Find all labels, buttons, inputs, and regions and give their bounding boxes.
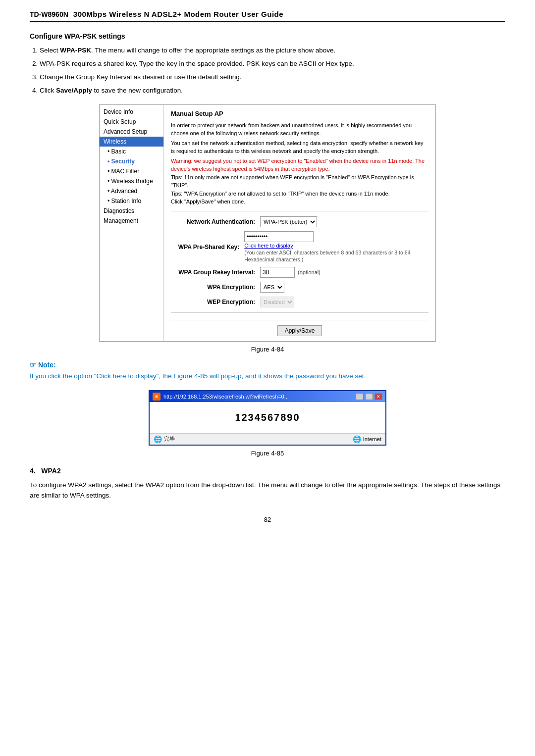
sidebar-item-device-info[interactable]: Device Info [100, 107, 163, 117]
popup-url: http://192.168.1.253/wlsecrefresh.wl?wlR… [163, 394, 356, 400]
sidebar-item-quick-setup[interactable]: Quick Setup [100, 117, 163, 127]
wpa2-text: To configure WPA2 settings, select the W… [30, 480, 505, 501]
sidebar-item-diagnostics[interactable]: Diagnostics [100, 206, 163, 216]
divider-1 [171, 211, 428, 211]
popup-footer: 🌐 完毕 🌐 Internet [150, 433, 385, 445]
click-apply-text: Click "Apply/Save" when done. [171, 198, 428, 206]
network-auth-label: Network Authentication: [171, 218, 260, 225]
sidebar-item-wireless-bridge[interactable]: • Wireless Bridge [100, 176, 163, 186]
configure-steps: Select WPA-PSK. The menu will change to … [30, 45, 505, 97]
popup-controls: _ □ ✕ [356, 393, 382, 400]
close-button[interactable]: ✕ [374, 393, 382, 400]
wpa2-title: 4. WPA2 [30, 467, 505, 475]
wpa-enc-label: WPA Encryption: [171, 284, 260, 291]
sidebar-item-basic[interactable]: • Basic [100, 147, 163, 156]
wep-enc-row: WEP Encryption: Disabled [171, 297, 428, 307]
warning-text: Warning: we suggest you not to set WEP e… [171, 157, 428, 173]
sidebar-item-advanced[interactable]: • Advanced [100, 186, 163, 196]
step-4: Click Save/Apply to save the new configu… [40, 85, 505, 97]
info-text-1: In order to protect your network from ha… [171, 121, 428, 138]
divider-2 [171, 312, 428, 313]
sidebar-item-advanced-setup[interactable]: Advanced Setup [100, 127, 163, 137]
restore-button[interactable]: □ [365, 393, 373, 400]
popup-title-bar: e http://192.168.1.253/wlsecrefresh.wl?w… [150, 391, 385, 402]
model-number: TD-W8960N [30, 10, 68, 18]
configure-section-title: Configure WPA-PSK settings [30, 32, 505, 40]
router-main-content: Manual Setup AP In order to protect your… [164, 105, 435, 341]
step1-bold: WPA-PSK [60, 47, 91, 54]
router-ui-box: Device Info Quick Setup Advanced Setup W… [99, 104, 436, 342]
step4-bold: Save/Apply [56, 87, 92, 94]
info-text-2: You can set the network authentication m… [171, 139, 428, 155]
ie-icon: e [153, 393, 160, 401]
apply-row: Apply/Save [171, 320, 428, 336]
step-2: WPA-PSK requires a shared key. Type the … [40, 58, 505, 70]
step-3: Change the Group Key Interval as desired… [40, 72, 505, 83]
step-1: Select WPA-PSK. The menu will change to … [40, 45, 505, 56]
group-interval-row: WPA Group Rekey Interval: (optional) [171, 267, 428, 278]
note-icon: ☞ Note: [30, 361, 56, 369]
wpa2-number: 4. [30, 467, 36, 475]
wpa2-label: WPA2 [41, 467, 60, 475]
popup-box: e http://192.168.1.253/wlsecrefresh.wl?w… [149, 390, 386, 446]
done-text: 完毕 [164, 435, 175, 443]
wpa-key-input[interactable] [244, 231, 314, 242]
wpa-key-label: WPA Pre-Shared Key: [171, 244, 244, 251]
network-auth-select[interactable]: WPA-PSK (better) [260, 216, 317, 227]
figure-84-container: Device Info Quick Setup Advanced Setup W… [30, 104, 505, 353]
document-title: 300Mbps Wireless N ADSL2+ Modem Router U… [73, 10, 283, 18]
minimize-button[interactable]: _ [356, 393, 364, 400]
tips-text-1: Tips: 11n only mode are not supported wh… [171, 173, 428, 190]
optional-text: (optional) [298, 269, 321, 275]
click-display-link[interactable]: Click here to display [244, 243, 293, 249]
note-section: ☞ Note: If you click the option "Click h… [30, 361, 505, 382]
wpa-enc-select[interactable]: AES [260, 282, 284, 293]
sidebar-item-station-info[interactable]: • Station Info [100, 196, 163, 206]
sidebar-item-mac-filter[interactable]: • MAC Filter [100, 166, 163, 176]
page-header: TD-W8960N 300Mbps Wireless N ADSL2+ Mode… [30, 10, 505, 22]
wpa-key-row: WPA Pre-Shared Key: Click here to displa… [171, 231, 428, 263]
tips-text-2: Tips: "WPA Encryption" are not allowed t… [171, 190, 428, 198]
wpa2-section: 4. WPA2 To configure WPA2 settings, sele… [30, 467, 505, 501]
page-number: 82 [30, 516, 505, 523]
popup-password-display: 1234567890 [150, 402, 385, 433]
key-hint: (You can enter ASCII characters between … [244, 250, 410, 262]
router-main-title: Manual Setup AP [171, 110, 428, 117]
wep-enc-label: WEP Encryption: [171, 299, 260, 305]
wpa-enc-row: WPA Encryption: AES [171, 282, 428, 293]
internet-text: Internet [363, 436, 381, 442]
apply-save-button[interactable]: Apply/Save [277, 325, 322, 336]
figure-84-label: Figure 4-84 [251, 346, 284, 353]
sidebar-item-wireless[interactable]: Wireless [100, 137, 163, 147]
group-interval-input[interactable] [260, 267, 295, 278]
popup-status-done: 🌐 完毕 [154, 435, 175, 443]
wpa-key-group: Click here to display (You can enter ASC… [244, 231, 428, 263]
figure-85-label: Figure 4-85 [251, 450, 284, 457]
router-sidebar: Device Info Quick Setup Advanced Setup W… [100, 105, 164, 341]
sidebar-item-security[interactable]: • Security [100, 156, 163, 166]
sidebar-item-management[interactable]: Management [100, 216, 163, 226]
group-interval-label: WPA Group Rekey Interval: [171, 269, 260, 276]
wep-enc-select: Disabled [260, 297, 294, 307]
network-auth-row: Network Authentication: WPA-PSK (better) [171, 216, 428, 227]
figure-85-container: e http://192.168.1.253/wlsecrefresh.wl?w… [30, 390, 505, 457]
popup-status-internet: 🌐 Internet [353, 435, 381, 443]
note-text: If you click the option "Click here to d… [30, 371, 505, 382]
